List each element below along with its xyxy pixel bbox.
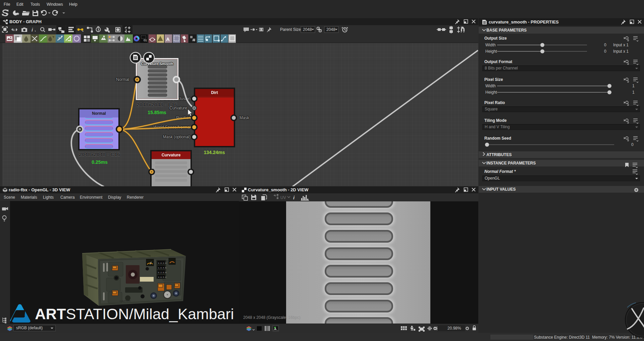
svg-text:i: i <box>32 27 33 33</box>
svg-text:20.98%: 20.98% <box>447 326 461 331</box>
svg-text:A: A <box>166 36 170 42</box>
svg-text:1:1: 1:1 <box>13 28 17 32</box>
svg-text:UV: UV <box>280 195 286 200</box>
svg-text:01: 01 <box>144 39 147 42</box>
svg-text:2048: 2048 <box>326 27 335 32</box>
svg-text:0.2.0.4: 0.2.0.4 <box>158 272 167 274</box>
svg-text:1.0.4.5: 1.0.4.5 <box>158 267 167 269</box>
svg-text:0.0.2.4: 0.0.2.4 <box>158 262 167 264</box>
svg-text:CAUTION: CAUTION <box>120 300 130 302</box>
svg-text:Parent Size:: Parent Size: <box>280 27 302 32</box>
svg-text:4.0.5.2: 4.0.5.2 <box>158 276 167 279</box>
svg-text:01: 01 <box>192 39 195 42</box>
svg-text:i: i <box>293 195 295 200</box>
svg-text:2048: 2048 <box>303 27 312 32</box>
